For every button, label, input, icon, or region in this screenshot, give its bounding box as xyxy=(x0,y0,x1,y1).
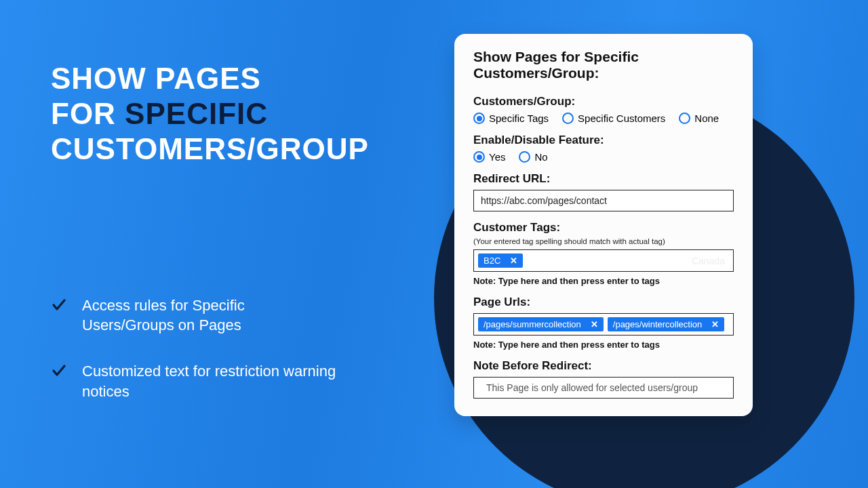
radio-ring-icon xyxy=(679,113,690,124)
page-urls-section: Page Urls: /pages/summercollection✕ /pag… xyxy=(473,296,734,350)
customer-tags-note: Note: Type here and then press enter to … xyxy=(473,276,734,286)
bullet-text: Access rules for Specific Users/Groups o… xyxy=(82,296,340,336)
enable-label: Enable/Disable Feature: xyxy=(473,134,734,147)
remove-tag-icon[interactable]: ✕ xyxy=(510,256,517,266)
card-title: Show Pages for Specific Customers/Group: xyxy=(473,49,734,81)
remove-tag-icon[interactable]: ✕ xyxy=(711,319,719,329)
headline-line2: FOR SPECIFIC xyxy=(51,96,431,131)
redirect-label: Redirect URL: xyxy=(473,172,734,186)
radio-specific-tags[interactable]: Specific Tags xyxy=(473,113,549,124)
note-before-input[interactable] xyxy=(473,377,734,399)
tag-chip: /pages/summercollection✕ xyxy=(478,317,604,331)
bullet-item: Access rules for Specific Users/Groups o… xyxy=(51,296,431,336)
tag-chip: /pages/wintercollection✕ xyxy=(608,317,725,331)
check-icon xyxy=(51,363,67,379)
customers-group-radios: Specific Tags Specific Customers None xyxy=(473,113,734,124)
customer-tags-section: Customer Tags: (Your entered tag spellin… xyxy=(473,221,734,286)
customer-tags-input[interactable]: B2C✕ Canada xyxy=(473,249,734,272)
remove-tag-icon[interactable]: ✕ xyxy=(591,319,598,329)
page-urls-input[interactable]: /pages/summercollection✕ /pages/winterco… xyxy=(473,313,734,336)
tag-ghost-placeholder: Canada xyxy=(692,256,725,266)
enable-radios: Yes No xyxy=(473,151,734,163)
redirect-section: Redirect URL: xyxy=(473,172,734,211)
settings-card: Show Pages for Specific Customers/Group:… xyxy=(454,34,753,416)
customers-group-label: Customers/Group: xyxy=(473,95,734,108)
radio-ring-icon xyxy=(562,113,574,124)
radio-none[interactable]: None xyxy=(679,113,719,124)
customer-tags-label: Customer Tags: xyxy=(473,221,734,235)
enable-section: Enable/Disable Feature: Yes No xyxy=(473,134,734,163)
page-urls-note: Note: Type here and then press enter to … xyxy=(473,340,734,350)
tag-chip: B2C✕ xyxy=(478,253,523,268)
headline-line3: CUSTOMERS/GROUP xyxy=(51,131,431,167)
radio-ring-icon xyxy=(473,113,485,124)
bullet-text: Customized text for restriction warning … xyxy=(82,361,340,401)
radio-specific-customers[interactable]: Specific Customers xyxy=(562,113,665,124)
customers-group-section: Customers/Group: Specific Tags Specific … xyxy=(473,95,734,124)
radio-no[interactable]: No xyxy=(519,151,547,163)
headline-line1: SHOW PAGES xyxy=(51,61,431,96)
customer-tags-hint: (Your entered tag spelling should match … xyxy=(473,237,734,245)
radio-yes[interactable]: Yes xyxy=(473,151,505,163)
redirect-url-input[interactable] xyxy=(473,190,734,211)
bullet-list: Access rules for Specific Users/Groups o… xyxy=(51,296,431,402)
note-before-label: Note Before Redirect: xyxy=(473,359,734,373)
headline-accent: SPECIFIC xyxy=(125,97,268,130)
radio-ring-icon xyxy=(473,151,485,163)
radio-ring-icon xyxy=(519,151,530,163)
check-icon xyxy=(51,297,67,313)
note-before-section: Note Before Redirect: xyxy=(473,359,734,399)
marketing-left-column: SHOW PAGES FOR SPECIFIC CUSTOMERS/GROUP … xyxy=(51,61,431,427)
page-urls-label: Page Urls: xyxy=(473,296,734,309)
headline: SHOW PAGES FOR SPECIFIC CUSTOMERS/GROUP xyxy=(51,61,431,167)
bullet-item: Customized text for restriction warning … xyxy=(51,361,431,401)
